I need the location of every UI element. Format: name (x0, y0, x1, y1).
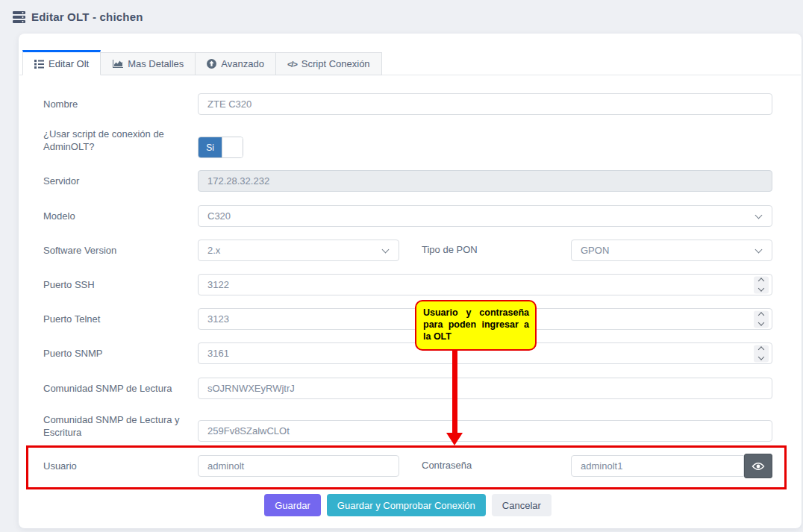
list-icon (34, 59, 44, 69)
tab-label: Mas Detalles (128, 58, 184, 69)
spinner-up-icon (758, 346, 764, 352)
row-usar-script: ¿Usar script de conexión de AdminOLT? Si (43, 127, 772, 158)
modelo-selected-value: C320 (207, 210, 231, 222)
row-modelo: Modelo C320 (43, 205, 772, 227)
spinner-up-icon (758, 278, 764, 284)
show-password-button[interactable] (744, 454, 772, 478)
arrow-up-circle-icon (207, 59, 216, 69)
guardar-comprobar-button[interactable]: Guardar y Comprobar Conexión (327, 494, 486, 516)
row-puerto-ssh: Puerto SSH (43, 274, 772, 295)
puerto-telnet-label: Puerto Telnet (43, 308, 198, 325)
chevron-down-icon (755, 246, 763, 254)
tipo-pon-label: Tipo de PON (399, 240, 571, 255)
modelo-select[interactable]: C320 (198, 205, 772, 227)
cancelar-button[interactable]: Cancelar (492, 494, 552, 516)
code-icon: </> (287, 60, 297, 69)
number-spinner[interactable] (754, 310, 769, 328)
toggle-knob (222, 137, 243, 157)
tab-label: Editar Olt (49, 58, 89, 69)
spinner-down-icon (758, 354, 764, 360)
usar-script-toggle[interactable]: Si (198, 137, 243, 158)
nombre-input[interactable] (198, 93, 772, 115)
comunidad-lectura-label: Comunidad SNMP de Lectura (43, 378, 198, 395)
row-usuario-contrasena: Usuario Contraseña (43, 455, 772, 478)
tab-label: Script Conexión (301, 58, 370, 69)
number-spinner[interactable] (754, 345, 769, 362)
row-software-pon: Software Version 2.x Tipo de PON GPON (43, 240, 772, 261)
page: Editar OLT - chichen Editar Olt Mas Deta… (0, 0, 803, 532)
software-version-selected-value: 2.x (207, 245, 220, 256)
chart-area-icon (112, 60, 123, 69)
toggle-on-label: Si (199, 137, 222, 157)
page-header: Editar OLT - chichen (0, 0, 803, 34)
form-actions: Guardar Guardar y Comprobar Conexión Can… (43, 494, 772, 516)
spinner-down-icon (758, 319, 764, 325)
puerto-ssh-input[interactable] (198, 274, 772, 295)
usuario-input[interactable] (198, 455, 399, 477)
eye-icon (752, 462, 765, 471)
comunidad-lectura-input[interactable] (198, 378, 772, 399)
page-title: Editar OLT - chichen (31, 10, 143, 23)
usuario-label: Usuario (43, 455, 198, 472)
tab-label: Avanzado (221, 58, 264, 69)
servidor-input (198, 170, 772, 192)
row-puerto-snmp: Puerto SNMP (43, 342, 772, 364)
tipo-pon-selected-value: GPON (581, 245, 609, 256)
row-puerto-telnet: Puerto Telnet (43, 308, 772, 330)
puerto-snmp-label: Puerto SNMP (43, 342, 198, 360)
tipo-pon-select[interactable]: GPON (571, 240, 772, 261)
row-comunidad-escritura: Comunidad SNMP de Lectura y Escritura (43, 413, 772, 442)
server-icon (13, 11, 25, 23)
comunidad-escritura-input[interactable] (198, 420, 772, 442)
modelo-label: Modelo (43, 205, 198, 222)
usar-script-label: ¿Usar script de conexión de AdminOLT? (43, 127, 198, 153)
row-comunidad-lectura: Comunidad SNMP de Lectura (43, 378, 772, 399)
contrasena-label: Contraseña (399, 455, 571, 471)
comunidad-escritura-label: Comunidad SNMP de Lectura y Escritura (43, 413, 198, 439)
tab-script-conexion[interactable]: </> Script Conexión (275, 52, 382, 75)
row-nombre: Nombre (43, 93, 772, 115)
spinner-up-icon (758, 312, 764, 318)
puerto-ssh-label: Puerto SSH (43, 274, 198, 291)
annotation-callout: Usuario y contraseña para poden ingresar… (415, 300, 537, 351)
tab-mas-detalles[interactable]: Mas Detalles (100, 52, 196, 75)
chevron-down-icon (755, 212, 763, 219)
number-spinner[interactable] (754, 276, 769, 293)
guardar-button[interactable]: Guardar (264, 494, 321, 516)
software-version-select[interactable]: 2.x (198, 240, 399, 261)
contrasena-input[interactable] (571, 455, 744, 477)
software-version-label: Software Version (43, 240, 198, 257)
tab-editar-olt[interactable]: Editar Olt (22, 50, 101, 75)
servidor-label: Servidor (43, 170, 198, 187)
spinner-down-icon (758, 285, 764, 291)
chevron-down-icon (382, 246, 390, 254)
nombre-label: Nombre (43, 93, 198, 110)
row-servidor: Servidor (43, 170, 772, 192)
tab-avanzado[interactable]: Avanzado (195, 52, 276, 75)
tabbar: Editar Olt Mas Detalles Avanzado </> Scr… (22, 50, 382, 75)
